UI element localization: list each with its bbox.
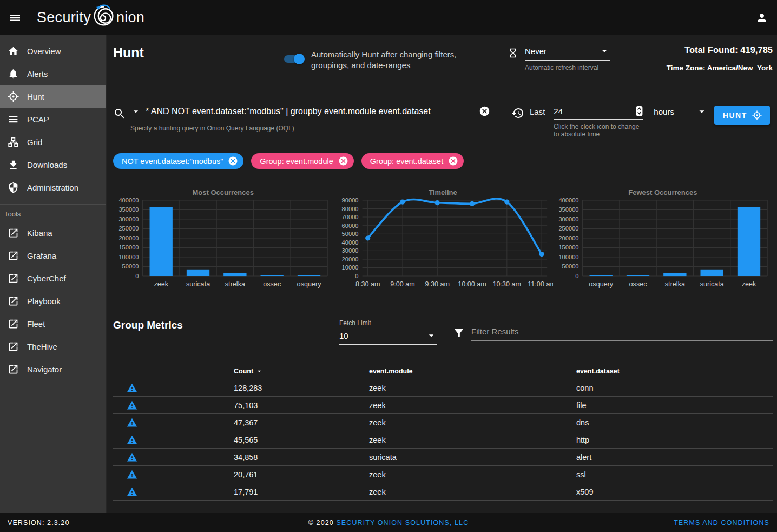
external-link-icon (8, 341, 19, 352)
svg-text:350000: 350000 (558, 207, 578, 213)
user-account-icon[interactable] (755, 11, 768, 24)
table-row[interactable]: 17,791 zeek x509 (113, 483, 773, 501)
external-link-icon (8, 227, 19, 239)
svg-text:40000: 40000 (342, 239, 359, 246)
sidebar-item-downloads[interactable]: Downloads (0, 153, 106, 176)
svg-text:zeek: zeek (741, 280, 756, 288)
refresh-interval-select[interactable]: Never (525, 45, 610, 61)
external-link-icon (8, 273, 19, 284)
warning-icon[interactable] (127, 417, 137, 428)
svg-text:20000: 20000 (342, 256, 359, 262)
sidebar-item-alerts[interactable]: Alerts (0, 62, 106, 85)
sidebar-tool-label: Navigator (27, 365, 62, 374)
copyright-link[interactable]: SECURITY ONION SOLUTIONS, LLC (336, 519, 469, 527)
bar-chart-canvas[interactable]: 0500001000001500002000002500003000003500… (113, 197, 333, 290)
auto-hunt-toggle[interactable] (284, 54, 304, 64)
column-header-dataset[interactable]: event.dataset (495, 367, 773, 375)
chip-remove-icon[interactable] (228, 156, 238, 166)
totals-block: Total Found: 419,785 Time Zone: America/… (667, 45, 773, 72)
range-hint: Click the clock icon to change to absolu… (554, 123, 646, 138)
sidebar-tool-item-navigator[interactable]: Navigator (0, 358, 106, 380)
svg-text:100000: 100000 (558, 254, 578, 260)
search-icon[interactable] (113, 107, 126, 120)
chip-remove-icon[interactable] (338, 156, 348, 166)
crosshair-icon (8, 91, 19, 102)
sidebar-item-administration[interactable]: Administration (0, 176, 106, 199)
cell-module: zeek (286, 401, 495, 410)
hamburger-menu-icon[interactable] (0, 11, 30, 24)
warning-icon[interactable] (127, 469, 137, 480)
svg-text:osquery: osquery (297, 280, 322, 288)
query-hint: Specify a hunting query in Onion Query L… (130, 124, 490, 132)
sidebar-tool-item-kibana[interactable]: Kibana (0, 221, 106, 244)
line-chart-canvas[interactable]: 0100002000030000400005000060000700008000… (333, 197, 552, 290)
timezone-label: Time Zone: (667, 64, 706, 72)
main-content: Hunt Automatically Hunt after changing f… (107, 35, 777, 513)
cell-count: 47,367 (151, 418, 286, 427)
range-unit-select[interactable]: hours (654, 106, 708, 121)
table-row[interactable]: 45,565 zeek http (113, 431, 773, 449)
pcap-icon (8, 114, 19, 125)
sidebar-nav: Overview Alerts Hunt PCAP Grid (0, 40, 106, 199)
filter-chip-group: event.dataset[interactable]: Group: event.dataset (361, 153, 464, 169)
column-header-count[interactable]: Count (234, 367, 263, 375)
crosshair-icon (752, 110, 762, 120)
filter-chip-not event.dataset:"modbus"[interactable]: NOT event.dataset:"modbus" (113, 153, 243, 169)
chart-timeline: Timeline 0100002000030000400005000060000… (333, 188, 552, 290)
svg-text:300000: 300000 (558, 216, 578, 222)
download-icon (8, 159, 19, 170)
svg-text:0: 0 (355, 273, 359, 279)
chip-remove-icon[interactable] (448, 156, 458, 166)
sidebar-item-pcap[interactable]: PCAP (0, 108, 106, 130)
range-value-input[interactable]: 24 (554, 107, 563, 116)
fetch-limit-select[interactable]: 10 (339, 330, 437, 345)
warning-icon[interactable] (127, 383, 137, 393)
table-row[interactable]: 47,367 zeek dns (113, 414, 773, 431)
sidebar-tool-item-thehive[interactable]: TheHive (0, 335, 106, 358)
query-clear-icon[interactable] (479, 106, 490, 117)
svg-text:150000: 150000 (118, 245, 139, 251)
filter-chip-label: Group: event.module (260, 157, 333, 166)
table-row[interactable]: 128,283 zeek conn (113, 379, 773, 397)
filter-chip-group: event.module[interactable]: Group: event.module (251, 153, 353, 169)
clock-spinner-icon[interactable] (636, 106, 643, 116)
sidebar-item-hunt[interactable]: Hunt (0, 85, 106, 108)
sidebar-tool-item-cyberchef[interactable]: CyberChef (0, 267, 106, 290)
hunt-button[interactable]: HUNT (714, 106, 770, 125)
cell-dataset: x509 (495, 488, 773, 496)
sidebar-tool-item-playbook[interactable]: Playbook (0, 290, 106, 312)
bar-chart-canvas[interactable]: 0500001000001500002000002500003000003500… (553, 197, 773, 290)
external-link-icon (8, 250, 19, 261)
terms-link[interactable]: TERMS AND CONDITIONS (674, 519, 769, 527)
warning-icon[interactable] (127, 452, 137, 463)
query-history-chevron-icon[interactable] (130, 106, 141, 117)
svg-text:zeek: zeek (154, 280, 168, 288)
warning-icon[interactable] (127, 400, 137, 411)
filter-results-input[interactable]: Filter Results (471, 327, 773, 341)
filter-chip-label: Group: event.dataset (370, 157, 443, 166)
column-header-module[interactable]: event.module (286, 367, 495, 375)
copyright-text: © 2020 SECURITY ONION SOLUTIONS, LLC (308, 519, 469, 527)
query-input[interactable]: * AND NOT event.dataset:"modbus" | group… (146, 107, 475, 116)
table-row[interactable]: 20,761 zeek ssl (113, 466, 773, 483)
warning-icon[interactable] (127, 435, 137, 445)
hourglass-icon (508, 48, 518, 58)
page-title: Hunt (113, 45, 284, 61)
auto-hunt-block: Automatically Hunt after changing filter… (284, 45, 508, 71)
sidebar-tool-item-fleet[interactable]: Fleet (0, 312, 106, 335)
sidebar-tool-label: Playbook (27, 297, 61, 306)
cell-dataset: alert (495, 453, 773, 462)
sidebar-item-overview[interactable]: Overview (0, 40, 106, 62)
sidebar-tool-item-grafana[interactable]: Grafana (0, 244, 106, 267)
chart-most-occurrences: Most Occurrences 05000010000015000020000… (113, 188, 333, 290)
group-metrics-title: Group Metrics (113, 319, 339, 331)
warning-icon[interactable] (127, 487, 137, 497)
hunt-button-label: HUNT (723, 111, 747, 120)
history-icon[interactable] (511, 107, 524, 120)
table-row[interactable]: 34,858 suricata alert (113, 449, 773, 466)
charts-row: Most Occurrences 05000010000015000020000… (113, 188, 773, 290)
table-row[interactable]: 75,103 zeek file (113, 397, 773, 414)
shield-icon (8, 182, 19, 193)
sidebar-item-grid[interactable]: Grid (0, 130, 106, 153)
chart-title: Most Occurrences (113, 188, 333, 197)
